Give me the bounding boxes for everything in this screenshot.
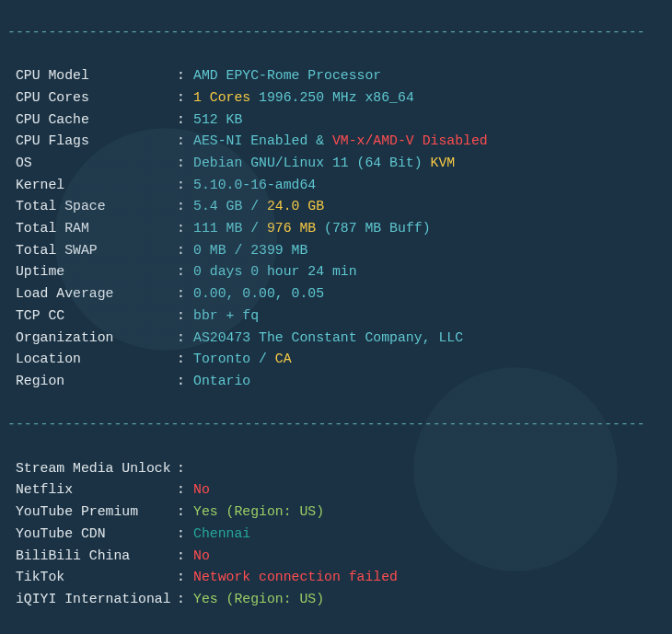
row-value: 0.00, 0.00, 0.05	[193, 286, 324, 301]
output-row: Location: Toronto / CA	[7, 349, 665, 371]
row-value: No	[193, 482, 210, 497]
row-value: Ontario	[193, 374, 250, 388]
output-row: CPU Cache: 512 KB	[7, 110, 665, 132]
value-fragment: 0 days 0 hour 24 min	[193, 264, 357, 279]
section-stream: Stream Media Unlock: Netflix: No YouTube…	[7, 458, 665, 611]
output-row: CPU Cores: 1 Cores 1996.250 MHz x86_64	[7, 87, 665, 110]
value-fragment: VM-x/AMD-V Disabled	[332, 133, 488, 148]
row-label: Kernel	[7, 175, 177, 197]
row-value: AMD EPYC-Rome Processor	[193, 68, 381, 83]
row-value: Yes (Region: US)	[193, 592, 324, 606]
divider-2: ----------------------------------------…	[7, 414, 665, 436]
value-fragment: No	[193, 548, 210, 563]
output-row: Kernel: 5.10.0-16-amd64	[7, 175, 665, 197]
colon: :	[177, 175, 193, 197]
colon: :	[177, 589, 193, 611]
colon: :	[177, 305, 193, 328]
row-label: Total Space	[7, 196, 177, 218]
row-label: YouTube Premium	[7, 501, 177, 524]
row-label: Stream Media Unlock	[7, 458, 177, 480]
row-label: Netflix	[7, 479, 177, 501]
colon: :	[177, 283, 193, 305]
value-fragment: 0 MB / 2399 MB	[193, 243, 307, 258]
row-value: AES-NI Enabled & VM-x/AMD-V Disabled	[193, 133, 488, 148]
row-value: Yes (Region: US)	[193, 504, 324, 519]
row-label: Organization	[7, 328, 177, 350]
row-value: 1 Cores 1996.250 MHz x86_64	[193, 90, 414, 105]
output-row: BiliBili China: No	[7, 546, 665, 568]
output-row: OS: Debian GNU/Linux 11 (64 Bit) KVM	[7, 153, 665, 175]
output-row: Uptime: 0 days 0 hour 24 min	[7, 261, 665, 283]
value-fragment: Network connection failed	[193, 570, 398, 584]
value-fragment: 0.00, 0.00, 0.05	[193, 286, 324, 301]
value-fragment: AS20473 The Constant Company, LLC	[193, 330, 463, 345]
output-row: Total RAM: 111 MB / 976 MB (787 MB Buff)	[7, 218, 665, 240]
output-row: CPU Flags: AES-NI Enabled & VM-x/AMD-V D…	[7, 131, 665, 153]
colon: :	[177, 218, 193, 240]
row-label: TCP CC	[7, 305, 177, 328]
value-fragment: 1996.250 MHz x86_64	[250, 90, 414, 105]
divider-1: ----------------------------------------…	[7, 22, 665, 44]
row-label: iQIYI International	[7, 589, 177, 611]
row-label: Region	[7, 371, 177, 393]
row-label: Total SWAP	[7, 240, 177, 262]
row-value: Debian GNU/Linux 11 (64 Bit) KVM	[193, 156, 455, 170]
row-value: 111 MB / 976 MB (787 MB Buff)	[193, 221, 431, 236]
row-value: 5.10.0-16-amd64	[193, 178, 316, 192]
row-value: AS20473 The Constant Company, LLC	[193, 330, 463, 345]
section-system: CPU Model: AMD EPYC-Rome Processor CPU C…	[7, 65, 665, 393]
colon: :	[177, 371, 193, 393]
value-fragment: CA	[275, 352, 292, 366]
row-value: 512 KB	[193, 112, 242, 127]
output-row: YouTube Premium: Yes (Region: US)	[7, 501, 665, 524]
row-label: YouTube CDN	[7, 524, 177, 546]
row-value: No	[193, 548, 210, 563]
row-label: Total RAM	[7, 218, 177, 240]
colon: :	[177, 567, 193, 589]
colon: :	[177, 65, 193, 87]
row-label: Uptime	[7, 261, 177, 283]
output-row: CPU Model: AMD EPYC-Rome Processor	[7, 65, 665, 87]
colon: :	[177, 153, 193, 175]
output-row: Total Space: 5.4 GB / 24.0 GB	[7, 196, 665, 218]
row-value: 0 MB / 2399 MB	[193, 243, 307, 258]
value-fragment: Yes (Region: US)	[193, 592, 324, 606]
value-fragment: Chennai	[193, 526, 250, 541]
row-label: OS	[7, 153, 177, 175]
colon: :	[177, 328, 193, 350]
colon: :	[177, 110, 193, 132]
output-row: Stream Media Unlock:	[7, 458, 665, 480]
output-row: Total SWAP: 0 MB / 2399 MB	[7, 240, 665, 262]
row-value: 0 days 0 hour 24 min	[193, 264, 357, 279]
row-label: TikTok	[7, 567, 177, 589]
row-label: Location	[7, 349, 177, 371]
colon: :	[177, 131, 193, 153]
value-fragment: 24.0 GB	[267, 199, 324, 213]
row-label: CPU Flags	[7, 131, 177, 153]
output-row: iQIYI International: Yes (Region: US)	[7, 589, 665, 611]
output-row: Region: Ontario	[7, 371, 665, 393]
row-value: Chennai	[193, 526, 250, 541]
colon: :	[177, 240, 193, 262]
output-row: Load Average: 0.00, 0.00, 0.05	[7, 283, 665, 305]
value-fragment: Debian GNU/Linux 11 (64 Bit)	[193, 156, 423, 170]
output-row: YouTube CDN: Chennai	[7, 524, 665, 546]
colon: :	[177, 479, 193, 501]
colon: :	[177, 196, 193, 218]
row-label: Load Average	[7, 283, 177, 305]
value-fragment: No	[193, 482, 210, 497]
colon: :	[177, 261, 193, 283]
value-fragment: 512 KB	[193, 112, 242, 127]
value-fragment: 1 Cores	[193, 90, 250, 105]
terminal-output: ----------------------------------------…	[0, 0, 672, 634]
row-value: Toronto / CA	[193, 352, 292, 366]
value-fragment: AMD EPYC-Rome Processor	[193, 68, 381, 83]
value-fragment: Toronto /	[193, 352, 275, 366]
value-fragment: AES-NI Enabled &	[193, 133, 332, 148]
row-value: bbr + fq	[193, 308, 259, 323]
value-fragment: Yes (Region: US)	[193, 504, 324, 519]
output-row: Organization: AS20473 The Constant Compa…	[7, 328, 665, 350]
value-fragment: 111 MB /	[193, 221, 267, 236]
row-label: CPU Model	[7, 65, 177, 87]
output-row: TikTok: Network connection failed	[7, 567, 665, 589]
